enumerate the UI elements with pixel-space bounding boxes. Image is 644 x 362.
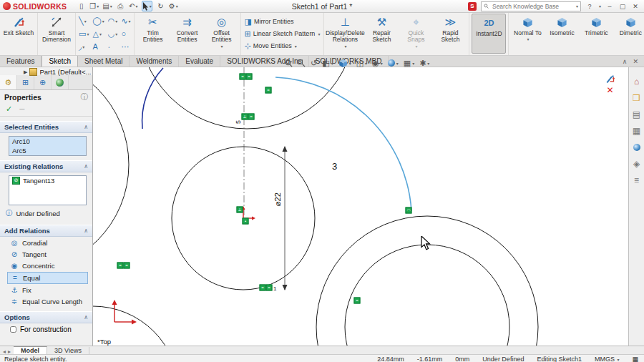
spline-tool[interactable]: ∿▾ — [120, 14, 131, 27]
constraint-marker[interactable]: = — [354, 298, 361, 304]
chevron-up-icon[interactable]: ∧ — [84, 163, 88, 170]
chevron-down-icon[interactable]: ▾ — [349, 61, 351, 66]
constraint-marker[interactable]: = — [117, 263, 124, 269]
close-button[interactable]: ✕ — [631, 3, 640, 10]
move-entities-button[interactable]: ⊹Move Entities▾ — [243, 41, 322, 52]
apply-scene-button[interactable]: ▦▾ — [404, 59, 414, 68]
offset-entities-button[interactable]: ◎ Offset Entities ▾ — [205, 14, 238, 54]
chevron-up-icon[interactable]: ∧ — [84, 314, 88, 321]
section-add-relations[interactable]: Add Relations ∧ — [0, 225, 92, 237]
fillet-tool[interactable]: ◞▾ — [78, 40, 89, 53]
tab-sketch[interactable]: Sketch — [42, 55, 78, 67]
ellipse-tool[interactable]: ○ — [120, 27, 131, 40]
tab-configuration-manager[interactable]: ⊕ — [34, 75, 52, 89]
edit-appearance-button[interactable]: ▾ — [388, 59, 399, 67]
tab-evaluate[interactable]: Evaluate — [179, 56, 220, 67]
dimetric-button[interactable]: Dimetric — [614, 14, 644, 54]
list-item[interactable]: Arc5 — [9, 146, 86, 155]
chevron-down-icon[interactable]: ▾ — [331, 61, 333, 66]
collapse-ribbon-icon[interactable]: ∧ — [623, 58, 628, 65]
section-selected-entities[interactable]: Selected Entities ∧ — [0, 121, 92, 133]
save-button[interactable]: ▤▾ — [102, 1, 112, 11]
custom-properties-icon[interactable]: ◈ — [633, 159, 640, 169]
mirror-entities-button[interactable]: ◨Mirror Entities — [243, 16, 322, 27]
constraint-marker[interactable]: = — [240, 74, 246, 80]
forum-list-icon[interactable]: ≡ — [634, 175, 639, 185]
chevron-down-icon[interactable]: ▾ — [576, 4, 578, 9]
chevron-down-icon[interactable]: ▾ — [102, 19, 104, 24]
new-document-button[interactable]: ▯ — [77, 1, 86, 11]
rapid-sketch-button[interactable]: ≫ Rapid Sketch — [434, 14, 467, 54]
existing-relations-list[interactable]: ⊘ Tangent13 — [9, 175, 87, 205]
linear-sketch-pattern-button[interactable]: ⊞Linear Sketch Pattern▾ — [243, 29, 322, 39]
flyout-feature-tree[interactable]: ▶ Part1 (Default<... — [24, 68, 91, 76]
add-relation-concentric[interactable]: ◉ Concentric — [7, 260, 88, 271]
circle-tool[interactable]: ◯▾ — [92, 14, 104, 27]
sketch-circle-bottom-right-inner[interactable] — [345, 245, 509, 346]
open-button[interactable]: ❒▾ — [89, 1, 99, 11]
tab-weldments[interactable]: Weldments — [130, 56, 179, 67]
display-style-button[interactable]: ◫▾ — [356, 59, 367, 68]
chevron-down-icon[interactable]: ▾ — [115, 19, 117, 24]
section-existing-relations[interactable]: Existing Relations ∧ — [0, 160, 92, 172]
restore-button[interactable]: ▢ — [618, 3, 627, 10]
chevron-down-icon[interactable]: ▾ — [129, 19, 131, 24]
add-relation-fix[interactable]: ⚓ Fix — [7, 285, 88, 295]
custom-properties-tag-icon[interactable]: ▦ — [632, 356, 638, 362]
help-icon[interactable]: ⓘ — [81, 92, 89, 102]
chevron-down-icon[interactable]: ▾ — [87, 31, 89, 36]
arc-tool[interactable]: ◠▾ — [107, 14, 119, 27]
line-tool[interactable]: ╲▾ — [78, 14, 89, 27]
chevron-down-icon[interactable]: ▾ — [82, 44, 84, 49]
chevron-down-icon[interactable]: ▾ — [99, 31, 102, 36]
constraint-marker[interactable]: = — [265, 87, 272, 94]
centerpoint-arc-tool[interactable]: ◡▾ — [107, 27, 119, 40]
trimetric-button[interactable]: Trimetric — [580, 14, 613, 54]
select-tool-button[interactable]: ▾ — [142, 1, 152, 11]
minimize-button[interactable]: – — [605, 3, 614, 10]
chevron-down-icon[interactable]: ▾ — [527, 37, 529, 42]
sketch-canvas[interactable]: ⌀22 5 3 1 *Top — [93, 67, 628, 346]
smart-dimension-button[interactable]: Smart Dimension — [40, 14, 73, 54]
selected-arc5[interactable] — [275, 77, 411, 211]
constraint-marker[interactable]: = — [260, 285, 266, 291]
list-item[interactable]: Arc10 — [9, 137, 86, 146]
tab-sheet-metal[interactable]: Sheet Metal — [78, 56, 130, 67]
ok-button[interactable]: ✓ — [6, 104, 12, 114]
repair-sketch-button[interactable]: ⚒ Repair Sketch — [365, 14, 398, 54]
design-library-folder-icon[interactable]: ❒ — [633, 93, 640, 103]
rebuild-button[interactable]: ↻ — [156, 1, 165, 11]
constraint-marker[interactable]: = — [246, 74, 253, 80]
constraint-marker[interactable]: = — [248, 114, 255, 120]
chevron-down-icon[interactable]: ▾ — [97, 4, 99, 9]
chevron-down-icon[interactable]: ▾ — [412, 61, 414, 66]
chevron-down-icon[interactable]: ▾ — [176, 4, 178, 9]
help-button[interactable]: ? — [585, 3, 594, 10]
constraint-marker[interactable]: = — [266, 285, 273, 291]
print-button[interactable]: ⎙ — [116, 1, 125, 11]
chevron-down-icon[interactable]: ▾ — [318, 31, 320, 36]
chevron-down-icon[interactable]: ▾ — [115, 31, 117, 36]
cancel-sketch-icon[interactable]: ✕ — [606, 87, 613, 94]
expand-tree-icon[interactable]: ▶ — [24, 69, 27, 75]
hide-show-items-button[interactable]: ◉▾ — [372, 59, 383, 68]
text-tool[interactable]: A — [92, 40, 104, 53]
list-item[interactable]: ⊘ Tangent13 — [9, 176, 86, 185]
section-view-button[interactable]: ◧▾ — [322, 59, 333, 68]
undo-button[interactable]: ↶▾ — [129, 1, 138, 11]
tab-property-manager[interactable]: ⊞ — [17, 75, 34, 89]
add-relation-tangent[interactable]: ⊘ Tangent — [7, 249, 88, 260]
exit-sketch-corner-icon[interactable] — [605, 74, 615, 84]
chevron-down-icon[interactable]: ▾ — [295, 44, 297, 49]
sketch-circle-left[interactable] — [93, 67, 129, 272]
tab-feature-manager[interactable]: ⚙ — [0, 75, 17, 89]
chevron-down-icon[interactable]: ▾ — [396, 61, 399, 66]
view-orientation-button[interactable]: ▾ — [338, 59, 351, 68]
view-settings-button[interactable]: ✱▾ — [419, 59, 429, 68]
chevron-up-icon[interactable]: ∧ — [84, 228, 88, 234]
chevron-down-icon[interactable]: ▾ — [150, 4, 152, 9]
chevron-down-icon[interactable]: ▾ — [110, 4, 112, 9]
options-button[interactable]: ⚙▾ — [169, 1, 178, 11]
zoom-to-area-button[interactable] — [298, 59, 306, 67]
chevron-down-icon[interactable]: ▾ — [84, 19, 87, 24]
